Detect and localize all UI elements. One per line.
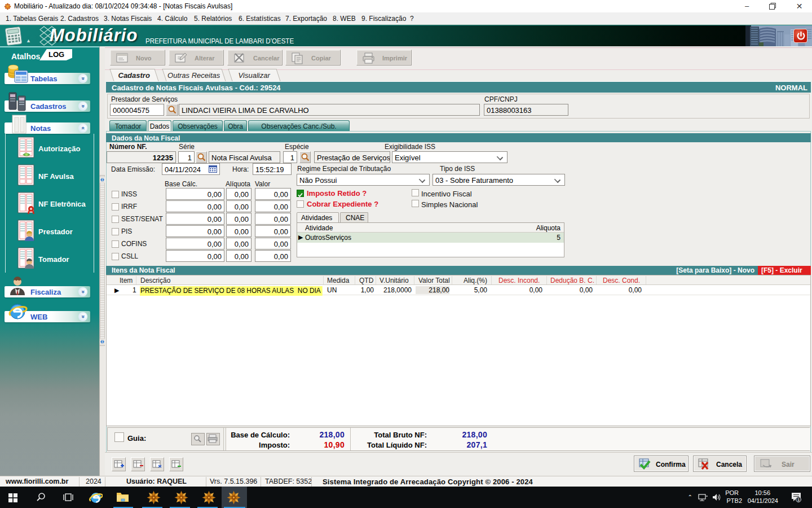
svg-text:1: 1 [797, 497, 800, 502]
